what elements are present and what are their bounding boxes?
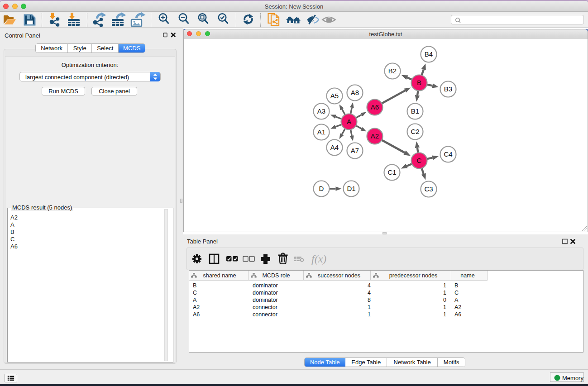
- svg-text:C3: C3: [424, 185, 433, 193]
- svg-text:B3: B3: [444, 85, 452, 93]
- svg-text:C: C: [417, 157, 422, 164]
- svg-text:A1: A1: [317, 128, 325, 136]
- svg-text:B4: B4: [425, 50, 433, 58]
- svg-text:D: D: [319, 185, 324, 192]
- svg-text:A2: A2: [371, 132, 379, 140]
- svg-text:A5: A5: [330, 92, 339, 100]
- svg-text:D1: D1: [347, 185, 355, 192]
- svg-text:B2: B2: [388, 67, 397, 75]
- svg-text:B: B: [417, 79, 421, 86]
- svg-text:A6: A6: [371, 103, 379, 111]
- svg-text:A7: A7: [351, 147, 359, 154]
- svg-text:C1: C1: [387, 168, 396, 176]
- svg-text:A8: A8: [351, 89, 359, 96]
- svg-text:A4: A4: [330, 143, 339, 151]
- svg-text:B1: B1: [411, 107, 419, 115]
- svg-text:C2: C2: [411, 128, 419, 135]
- svg-text:C4: C4: [444, 150, 452, 158]
- svg-text:A: A: [347, 118, 351, 125]
- svg-text:f(x): f(x): [311, 253, 326, 265]
- svg-text:A3: A3: [317, 107, 325, 115]
